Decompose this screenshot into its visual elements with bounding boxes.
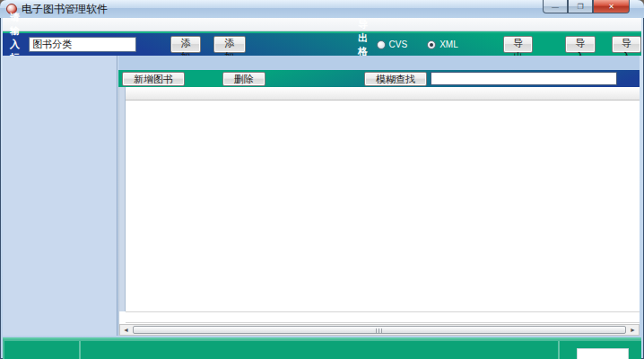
add-category-button[interactable]: 添加分类 (170, 36, 200, 53)
maximize-button[interactable]: ❐ (568, 0, 593, 13)
scroll-left-arrow[interactable]: ◄ (120, 325, 132, 335)
add-book-button[interactable]: 新增图书 (122, 72, 185, 86)
table-summary-row (126, 311, 640, 323)
export-button[interactable]: 导出 (503, 36, 533, 53)
search-input[interactable] (431, 72, 617, 85)
app-window: 电子图书管理软件 — ❐ ✕ 请输入标题: 添加分类 添加子分类 导出格式: C… (0, 0, 644, 359)
tab-strip (118, 56, 640, 70)
menu-bar (3, 18, 641, 31)
toolbar: 请输入标题: 添加分类 添加子分类 导出格式: CVS XML 导出 导入 导入… (3, 31, 641, 56)
fuzzy-search-button[interactable]: 模糊查找 (364, 72, 427, 86)
footer-divider (558, 341, 560, 359)
window-controls: — ❐ ✕ (543, 0, 630, 13)
cvs-radio-label: CVS (389, 39, 408, 49)
status-footer (3, 337, 641, 359)
scroll-right-arrow[interactable]: ► (627, 325, 639, 335)
horizontal-scrollbar[interactable]: ◄ ► (119, 324, 640, 336)
delete-button[interactable]: 删除 (222, 72, 265, 86)
xml-radio-label: XML (439, 39, 458, 49)
add-subcategory-button[interactable]: 添加子分类 (213, 36, 246, 53)
cvs-radio[interactable] (377, 40, 386, 49)
content-area: 新增图书 删除 模糊查找 ◄ ► (118, 56, 640, 336)
table-row-header-strip (119, 87, 126, 311)
footer-divider (79, 341, 81, 359)
table-body (126, 101, 640, 311)
scrollbar-grip-icon (376, 328, 383, 333)
xml-radio[interactable] (427, 40, 436, 49)
scrollbar-thumb[interactable] (133, 326, 626, 334)
title-bar: 电子图书管理软件 — ❐ ✕ (0, 0, 644, 18)
radio-group-cvs: CVS (377, 39, 408, 49)
minimize-button[interactable]: — (543, 0, 568, 13)
close-button[interactable]: ✕ (593, 0, 630, 13)
category-tree-panel (3, 56, 117, 336)
category-title-input[interactable] (29, 37, 136, 52)
radio-group-xml: XML (427, 39, 458, 49)
table-header-row (126, 87, 640, 101)
action-bar: 新增图书 删除 模糊查找 (118, 70, 640, 87)
book-table: ◄ ► (118, 87, 640, 336)
footer-white-box[interactable] (577, 348, 629, 359)
import-button[interactable]: 导入 (565, 36, 595, 53)
import-data-button[interactable]: 导入数据 (612, 36, 641, 53)
window-title: 电子图书管理软件 (22, 2, 108, 17)
